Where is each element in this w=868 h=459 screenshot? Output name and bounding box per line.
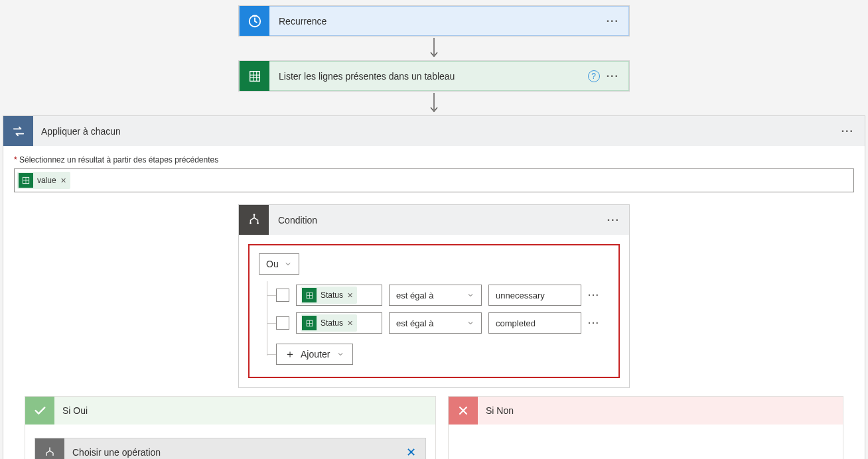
- logic-operator-dropdown[interactable]: Ou: [259, 253, 299, 275]
- choose-operation-title: Choisir une opération: [64, 447, 397, 458]
- excel-list-title: Lister les lignes présentes dans un tabl…: [269, 71, 579, 82]
- row-menu-button[interactable]: ···: [588, 290, 600, 300]
- clock-icon: [240, 6, 269, 36]
- condition-menu-button[interactable]: ···: [607, 214, 620, 226]
- condition-value-input[interactable]: unnecessary: [488, 285, 581, 306]
- condition-row: Status ✕ est égal à completed: [259, 309, 609, 337]
- apply-to-each-container: Appliquer à chacun ··· * Sélectionnez un…: [3, 115, 865, 459]
- choose-operation-card[interactable]: Choisir une opération ✕: [35, 438, 426, 459]
- apply-menu-button[interactable]: ···: [841, 125, 854, 137]
- if-no-branch: Si Non: [448, 396, 843, 459]
- if-yes-header[interactable]: Si Oui: [25, 397, 435, 425]
- svg-point-13: [253, 214, 255, 216]
- condition-card: Condition ··· Ou: [238, 204, 630, 388]
- cross-icon: [449, 397, 478, 425]
- excel-list-rows-card[interactable]: Lister les lignes présentes dans un tabl…: [238, 60, 630, 92]
- condition-field-input[interactable]: Status ✕: [296, 285, 382, 306]
- excel-menu-button[interactable]: ···: [607, 70, 619, 82]
- condition-title: Condition: [269, 215, 598, 226]
- recurrence-title: Recurrence: [269, 16, 597, 27]
- plus-icon: ＋: [285, 348, 295, 361]
- token-label: value: [37, 176, 56, 185]
- token-remove-button[interactable]: ✕: [347, 319, 353, 328]
- connector-arrow: [0, 92, 868, 115]
- svg-point-15: [257, 222, 259, 224]
- chevron-down-icon: [467, 319, 474, 327]
- excel-icon: [19, 173, 33, 188]
- check-icon: [25, 397, 54, 425]
- close-button[interactable]: ✕: [397, 445, 425, 459]
- operation-icon: [35, 438, 64, 459]
- recurrence-card[interactable]: Recurrence ···: [238, 5, 630, 36]
- if-yes-title: Si Oui: [54, 405, 88, 416]
- excel-icon: [302, 288, 317, 302]
- recurrence-menu-button[interactable]: ···: [607, 15, 619, 27]
- condition-operator-dropdown[interactable]: est égal à: [389, 312, 482, 334]
- apply-input-field[interactable]: value ✕: [14, 168, 854, 192]
- chevron-down-icon: [467, 291, 474, 299]
- if-yes-branch: Si Oui Choisir une opération ✕: [25, 396, 436, 459]
- status-token[interactable]: Status ✕: [301, 287, 357, 304]
- apply-input-label: * Sélectionnez un résultat à partir des …: [14, 155, 854, 164]
- token-remove-button[interactable]: ✕: [60, 176, 66, 185]
- svg-rect-4: [250, 71, 259, 81]
- condition-value-input[interactable]: completed: [488, 312, 581, 334]
- if-no-header[interactable]: Si Non: [449, 397, 843, 425]
- connector-arrow: [0, 36, 868, 60]
- condition-field-input[interactable]: Status ✕: [296, 312, 382, 334]
- status-token[interactable]: Status ✕: [301, 314, 357, 332]
- loop-icon: [3, 116, 33, 146]
- if-no-title: Si Non: [478, 405, 514, 416]
- row-checkbox[interactable]: [276, 316, 289, 330]
- condition-icon: [239, 205, 269, 235]
- condition-operator-dropdown[interactable]: est égal à: [389, 285, 482, 306]
- svg-point-14: [250, 222, 252, 224]
- excel-icon: [240, 61, 269, 91]
- apply-to-each-header[interactable]: Appliquer à chacun ···: [3, 116, 865, 146]
- apply-to-each-title: Appliquer à chacun: [33, 126, 832, 137]
- token-remove-button[interactable]: ✕: [347, 291, 353, 300]
- value-token[interactable]: value ✕: [17, 172, 70, 189]
- row-menu-button[interactable]: ···: [588, 318, 600, 328]
- chevron-down-icon: [284, 260, 292, 268]
- condition-highlight: Ou: [248, 244, 620, 378]
- excel-icon: [302, 316, 317, 330]
- row-checkbox[interactable]: [276, 289, 289, 302]
- condition-header[interactable]: Condition ···: [239, 205, 629, 235]
- chevron-down-icon: [336, 350, 344, 358]
- help-icon[interactable]: ?: [588, 70, 600, 82]
- add-condition-button[interactable]: ＋ Ajouter: [276, 344, 353, 365]
- condition-row: Status ✕ est égal à unnecessary: [259, 281, 609, 309]
